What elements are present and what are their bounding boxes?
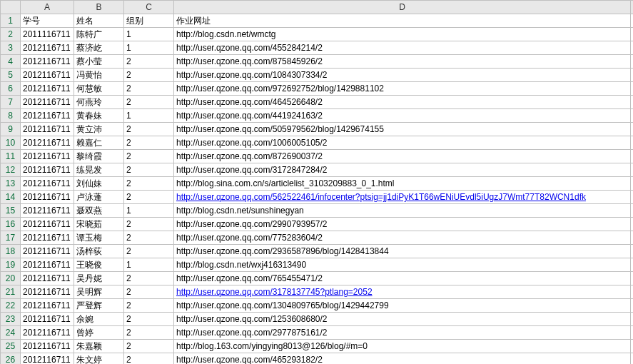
- cell-b[interactable]: 宋晓茹: [74, 218, 124, 231]
- row-header[interactable]: 2: [1, 28, 21, 41]
- row-header[interactable]: 24: [1, 326, 21, 340]
- cell-c[interactable]: 1: [124, 109, 174, 123]
- cell-a[interactable]: 2012116711: [21, 353, 74, 365]
- cell-a[interactable]: 2012116711: [21, 204, 74, 218]
- cell-a[interactable]: 2012116711: [21, 326, 74, 340]
- cell-a[interactable]: 2012116711: [21, 285, 74, 299]
- cell-d[interactable]: http://user.qzone.qq.com/3178137745?ptla…: [174, 285, 631, 299]
- cell-c[interactable]: 1: [124, 258, 174, 272]
- cell-b[interactable]: 刘仙妹: [74, 177, 124, 191]
- cell-d[interactable]: http://user.qzone.qq.com/2977875161/2: [174, 326, 631, 340]
- cell-e[interactable]: [631, 285, 634, 299]
- row-header[interactable]: 22: [1, 299, 21, 313]
- cell-a[interactable]: 2012116711: [21, 41, 74, 55]
- row-header[interactable]: 19: [1, 258, 21, 272]
- row-header[interactable]: 13: [1, 177, 21, 191]
- row-header[interactable]: 12: [1, 163, 21, 177]
- cell-d[interactable]: http://user.qzone.qq.com/464526648/2: [174, 96, 631, 109]
- cell-d[interactable]: http://user.qzone.qq.com/441924163/2: [174, 109, 631, 123]
- cell-c[interactable]: 2: [124, 231, 174, 245]
- cell-e[interactable]: [631, 272, 634, 285]
- cell-b[interactable]: 吴明辉: [74, 285, 124, 299]
- cell-b[interactable]: 姓名: [74, 14, 124, 28]
- row-header[interactable]: 1: [1, 14, 21, 28]
- cell-c[interactable]: 2: [124, 299, 174, 313]
- cell-b[interactable]: 卢泳蓬: [74, 191, 124, 204]
- cell-e[interactable]: [631, 109, 634, 123]
- row-header[interactable]: 6: [1, 82, 21, 96]
- cell-a[interactable]: 2012116711: [21, 55, 74, 69]
- cell-b[interactable]: 何燕玲: [74, 96, 124, 109]
- cell-b[interactable]: 陈特广: [74, 28, 124, 41]
- cell-e[interactable]: [631, 123, 634, 136]
- cell-d[interactable]: http://user.qzone.qq.com/1084307334/2: [174, 69, 631, 82]
- cell-d[interactable]: http://user.qzone.qq.com/1006005105/2: [174, 136, 631, 150]
- cell-b[interactable]: 谭玉梅: [74, 231, 124, 245]
- cell-c[interactable]: 组别: [124, 14, 174, 28]
- cell-d[interactable]: http://user.qzone.qq.com/775283604/2: [174, 231, 631, 245]
- cell-b[interactable]: 余婉: [74, 313, 124, 326]
- cell-c[interactable]: 2: [124, 245, 174, 258]
- cell-e[interactable]: [631, 340, 634, 353]
- cell-e[interactable]: [631, 163, 634, 177]
- cell-e[interactable]: [631, 136, 634, 150]
- row-header[interactable]: 14: [1, 191, 21, 204]
- cell-d[interactable]: http://user.qzone.qq.com/1253608680/2: [174, 313, 631, 326]
- cell-a[interactable]: 2012116711: [21, 69, 74, 82]
- cell-b[interactable]: 曾婷: [74, 326, 124, 340]
- cell-d[interactable]: 作业网址: [174, 14, 631, 28]
- cell-e[interactable]: [631, 245, 634, 258]
- row-header[interactable]: 26: [1, 353, 21, 365]
- cell-d[interactable]: http://blog.sina.com.cn/s/articlelist_31…: [174, 177, 631, 191]
- cell-e[interactable]: [631, 28, 634, 41]
- cell-c[interactable]: 2: [124, 55, 174, 69]
- cell-c[interactable]: 2: [124, 150, 174, 163]
- cell-c[interactable]: 2: [124, 136, 174, 150]
- row-header[interactable]: 21: [1, 285, 21, 299]
- cell-c[interactable]: 2: [124, 326, 174, 340]
- row-header[interactable]: 16: [1, 218, 21, 231]
- cell-c[interactable]: 2: [124, 69, 174, 82]
- cell-a[interactable]: 2012116711: [21, 96, 74, 109]
- row-header[interactable]: 7: [1, 96, 21, 109]
- cell-d[interactable]: http://user.qzone.qq.com/562522461/infoc…: [174, 191, 631, 204]
- cell-a[interactable]: 2012116711: [21, 109, 74, 123]
- column-header-e[interactable]: [631, 1, 634, 14]
- cell-b[interactable]: 朱文婷: [74, 353, 124, 365]
- cell-c[interactable]: 1: [124, 204, 174, 218]
- cell-a[interactable]: 学号: [21, 14, 74, 28]
- row-header[interactable]: 17: [1, 231, 21, 245]
- cell-c[interactable]: 2: [124, 163, 174, 177]
- row-header[interactable]: 8: [1, 109, 21, 123]
- cell-e[interactable]: [631, 82, 634, 96]
- cell-e[interactable]: [631, 69, 634, 82]
- cell-a[interactable]: 2012116711: [21, 177, 74, 191]
- cell-d[interactable]: http://blog.csdn.net/wxj416313490: [174, 258, 631, 272]
- cell-d[interactable]: http://user.qzone.qq.com/465293182/2: [174, 353, 631, 365]
- cell-e[interactable]: [631, 231, 634, 245]
- row-header[interactable]: 25: [1, 340, 21, 353]
- row-header[interactable]: 5: [1, 69, 21, 82]
- cell-d[interactable]: http://user.qzone.qq.com/2990793957/2: [174, 218, 631, 231]
- cell-b[interactable]: 冯黄怡: [74, 69, 124, 82]
- column-header-b[interactable]: B: [74, 1, 124, 14]
- cell-a[interactable]: 2012116711: [21, 82, 74, 96]
- cell-b[interactable]: 严登辉: [74, 299, 124, 313]
- cell-e[interactable]: [631, 191, 634, 204]
- cell-b[interactable]: 聂双燕: [74, 204, 124, 218]
- cell-a[interactable]: 2012116711: [21, 272, 74, 285]
- cell-c[interactable]: 2: [124, 123, 174, 136]
- row-header[interactable]: 10: [1, 136, 21, 150]
- cell-d[interactable]: http://user.qzone.qq.com/875845926/2: [174, 55, 631, 69]
- cell-c[interactable]: 2: [124, 96, 174, 109]
- cell-c[interactable]: 2: [124, 177, 174, 191]
- cell-b[interactable]: 蔡济屹: [74, 41, 124, 55]
- row-header[interactable]: 9: [1, 123, 21, 136]
- cell-e[interactable]: [631, 313, 634, 326]
- cell-c[interactable]: 2: [124, 82, 174, 96]
- cell-d[interactable]: http://blog.163.com/yingying8013@126/blo…: [174, 340, 631, 353]
- row-header[interactable]: 3: [1, 41, 21, 55]
- cell-d[interactable]: http://blog.csdn.net/wmctg: [174, 28, 631, 41]
- cell-a[interactable]: 2012116711: [21, 150, 74, 163]
- cell-d[interactable]: http://user.qzone.qq.com/3172847284/2: [174, 163, 631, 177]
